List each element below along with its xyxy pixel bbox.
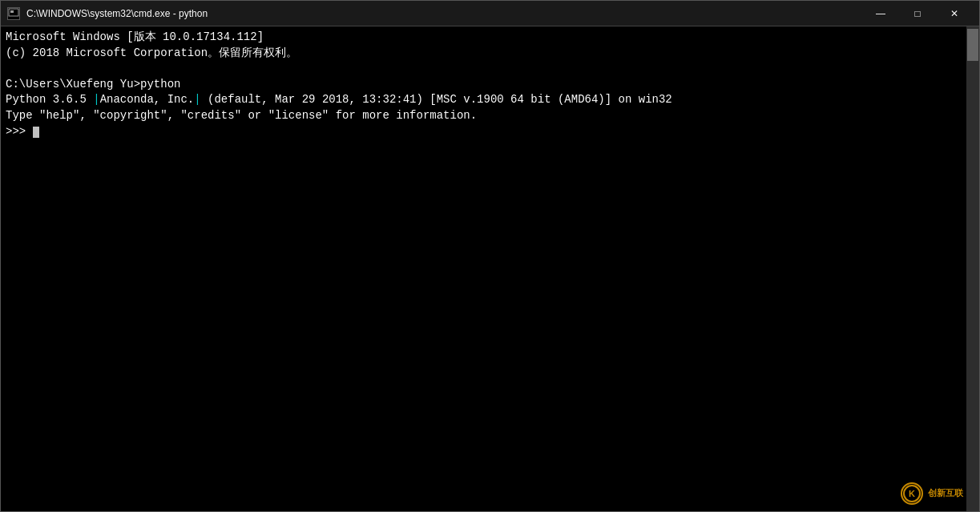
console-line-3	[6, 61, 974, 77]
watermark-company-text: 创新互联	[928, 487, 963, 499]
console-line-7: >>>	[6, 124, 974, 140]
watermark: K 创新互联	[901, 482, 963, 505]
console-line-6: Type "help", "copyright", "credits" or "…	[6, 108, 974, 124]
scrollbar-thumb[interactable]	[967, 29, 978, 61]
console-line-5: Python 3.6.5 |Anaconda, Inc.| (default, …	[6, 92, 974, 108]
maximize-button[interactable]: □	[899, 1, 936, 26]
console-line-1: Microsoft Windows [版本 10.0.17134.112]	[6, 30, 974, 46]
console-area[interactable]: Microsoft Windows [版本 10.0.17134.112] (c…	[1, 26, 979, 511]
console-line-4: C:\Users\Xuefeng Yu>python	[6, 77, 974, 93]
scrollbar[interactable]	[966, 26, 979, 511]
cmd-window: C:\WINDOWS\system32\cmd.exe - python — □…	[0, 0, 980, 512]
watermark-logo: K	[901, 482, 923, 505]
window-title: C:\WINDOWS\system32\cmd.exe - python	[26, 8, 862, 19]
minimize-button[interactable]: —	[862, 1, 899, 26]
title-bar: C:\WINDOWS\system32\cmd.exe - python — □…	[1, 1, 979, 26]
svg-text:K: K	[909, 489, 915, 498]
close-button[interactable]: ✕	[936, 1, 973, 26]
svg-rect-1	[10, 10, 14, 13]
window-icon	[7, 7, 20, 20]
window-controls: — □ ✕	[862, 1, 973, 26]
console-line-2: (c) 2018 Microsoft Corporation。保留所有权利。	[6, 46, 974, 62]
